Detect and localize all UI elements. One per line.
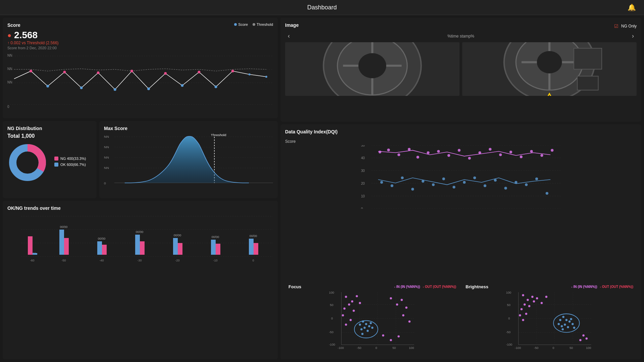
dashboard-title: Dashboard xyxy=(307,4,337,11)
svg-text:-50: -50 xyxy=(61,259,66,262)
svg-point-15 xyxy=(46,85,49,87)
svg-text:0: 0 xyxy=(104,182,106,185)
svg-point-234 xyxy=(561,325,563,327)
image-right: ! xyxy=(462,42,637,96)
svg-point-111 xyxy=(387,148,390,151)
svg-rect-55 xyxy=(135,235,140,255)
svg-point-214 xyxy=(531,296,533,298)
svg-point-237 xyxy=(570,318,572,320)
image-prev-button[interactable]: ‹ xyxy=(285,33,292,40)
focus-legend: - IN (IN (%NN%)) - OUT (OUT (%NN%)) xyxy=(394,285,456,289)
focus-svg: 100 50 0 -50 -100 -100 -50 0 50 100 xyxy=(288,291,456,351)
header: Dashboard 🔔 xyxy=(0,0,644,15)
focus-title: Focus xyxy=(288,284,301,289)
ng-label: NG 400(33.3%) xyxy=(60,157,86,161)
svg-point-110 xyxy=(379,150,381,153)
svg-rect-59 xyxy=(173,238,178,255)
score-panel: Score ● 2.568 ↑ 0.002 vs Threshold (2.56… xyxy=(3,18,278,118)
max-score-panel: Max Score NN NN NN NN 0 xyxy=(99,121,278,198)
brightness-svg: 100 50 0 -50 -100 -100 -50 0 50 100 xyxy=(466,291,633,351)
svg-point-12 xyxy=(164,72,167,75)
svg-point-218 xyxy=(533,300,535,302)
svg-text:00/00: 00/00 xyxy=(174,234,181,237)
svg-point-166 xyxy=(356,295,358,297)
svg-point-117 xyxy=(447,154,450,157)
svg-rect-67 xyxy=(249,239,254,255)
svg-text:-50: -50 xyxy=(534,346,538,350)
svg-point-114 xyxy=(417,156,419,159)
svg-point-13 xyxy=(198,71,200,73)
svg-point-215 xyxy=(524,303,526,305)
svg-point-143 xyxy=(535,178,538,180)
svg-point-113 xyxy=(408,148,411,150)
svg-text:NN: NN xyxy=(7,54,12,57)
svg-point-167 xyxy=(348,303,350,305)
svg-text:00/00: 00/00 xyxy=(212,235,219,239)
notification-bell-icon[interactable]: 🔔 xyxy=(628,3,636,11)
svg-point-171 xyxy=(342,314,344,316)
ok-label: OK 600(66.7%) xyxy=(60,163,86,167)
svg-point-176 xyxy=(396,303,398,305)
svg-point-116 xyxy=(437,150,440,153)
left-column: Score ● 2.568 ↑ 0.002 vs Threshold (2.56… xyxy=(3,18,278,359)
svg-rect-60 xyxy=(178,243,182,255)
svg-point-118 xyxy=(458,149,461,152)
svg-point-123 xyxy=(509,150,512,153)
svg-point-126 xyxy=(540,154,543,157)
svg-point-83 xyxy=(537,51,562,73)
svg-point-18 xyxy=(147,87,150,90)
svg-rect-48 xyxy=(64,238,69,255)
svg-point-16 xyxy=(80,86,83,89)
svg-point-228 xyxy=(559,319,561,321)
svg-point-169 xyxy=(353,310,355,312)
svg-text:-20: -20 xyxy=(175,259,179,262)
svg-text:50: 50 xyxy=(392,346,396,350)
trends-title: OK/NG trends over time xyxy=(7,205,273,211)
dqi-bottom-row: Focus - IN (IN (%NN%)) - OUT (OUT (%NN%)… xyxy=(285,281,637,355)
svg-rect-88 xyxy=(574,48,602,69)
focus-header: Focus - IN (IN (%NN%)) - OUT (OUT (%NN%)… xyxy=(288,284,456,289)
svg-point-20 xyxy=(215,85,217,88)
svg-point-19 xyxy=(181,84,183,87)
svg-rect-56 xyxy=(140,241,145,255)
focus-scatter: 100 50 0 -50 -100 -100 -50 0 50 100 xyxy=(288,291,456,351)
svg-text:50: 50 xyxy=(330,303,333,307)
svg-point-142 xyxy=(525,183,528,186)
svg-point-187 xyxy=(364,327,366,329)
image-right-svg: ! xyxy=(462,42,637,96)
svg-text:40: 40 xyxy=(361,156,365,160)
dqi-score-label: Score xyxy=(285,139,637,144)
svg-point-128 xyxy=(380,181,383,184)
svg-point-73 xyxy=(358,53,386,78)
svg-text:10: 10 xyxy=(361,194,365,198)
svg-point-219 xyxy=(519,314,521,316)
svg-point-224 xyxy=(545,296,547,298)
image-next-button[interactable]: › xyxy=(629,33,637,40)
svg-point-17 xyxy=(114,88,116,91)
svg-point-177 xyxy=(402,314,404,316)
svg-text:-100: -100 xyxy=(515,346,521,350)
svg-point-226 xyxy=(586,338,588,340)
svg-text:-10: -10 xyxy=(213,259,217,262)
svg-text:00/00: 00/00 xyxy=(136,230,144,234)
dqi-score-chart: 50 40 30 20 10 0 10 20 30 40 50 60 xyxy=(285,145,637,209)
ng-dist-title: NG Distribution xyxy=(7,126,92,131)
max-score-chart: NN NN NN NN 0 Threshold xyxy=(104,134,273,187)
svg-point-232 xyxy=(564,323,566,325)
svg-text:00/00: 00/00 xyxy=(250,234,257,238)
image-left-svg: ! xyxy=(285,42,460,96)
svg-point-239 xyxy=(573,327,575,329)
svg-text:NN: NN xyxy=(104,135,109,138)
svg-point-135 xyxy=(452,186,455,188)
ng-only-check-icon[interactable]: ☑ xyxy=(614,23,619,29)
score-title: Score xyxy=(7,22,273,28)
legend-threshold-label: Threshold xyxy=(257,22,273,26)
ng-distribution-panel: NG Distribution Total 1,000 NG xyxy=(3,121,97,198)
svg-point-25 xyxy=(19,154,36,171)
svg-text:0: 0 xyxy=(361,207,363,209)
focus-panel: Focus - IN (IN (%NN%)) - OUT (OUT (%NN%)… xyxy=(285,281,460,355)
legend-score-label: Score xyxy=(238,22,248,26)
main-grid: Score ● 2.568 ↑ 0.002 vs Threshold (2.56… xyxy=(0,15,644,362)
svg-text:00/00: 00/00 xyxy=(60,225,68,229)
dqi-score-section: Score 50 40 30 20 xyxy=(285,139,637,278)
